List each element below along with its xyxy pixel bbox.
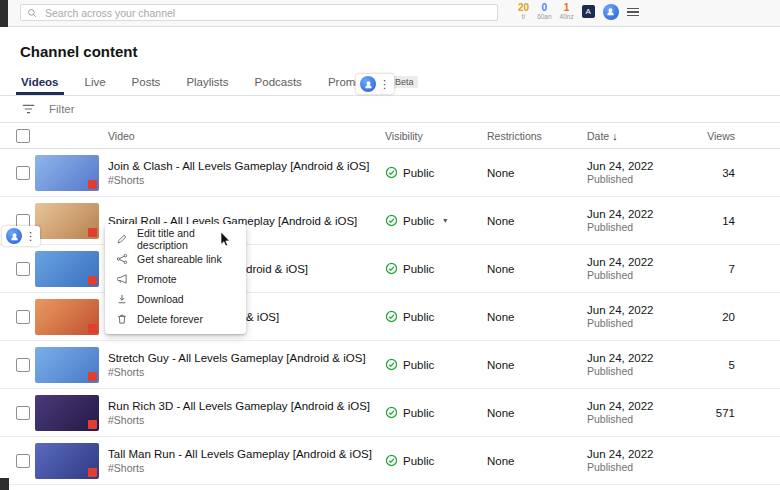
date-status: Published <box>587 221 697 233</box>
video-thumbnail[interactable] <box>35 443 99 479</box>
search-box[interactable] <box>20 4 498 21</box>
menu-item-promote[interactable]: Promote <box>105 269 246 289</box>
tab-live[interactable]: Live <box>72 69 119 95</box>
visibility-dropdown-caret[interactable]: ▾ <box>443 216 447 225</box>
table-row[interactable]: Stretch Guy - All Levels Gameplay [Andro… <box>0 341 780 389</box>
video-watermark-card[interactable]: ⋮ <box>2 226 40 246</box>
topbar-status-cluster: 20 t/ 0 60an 1 40nz A <box>518 3 639 21</box>
menu-item-label: Edit title and description <box>137 227 236 251</box>
date-status: Published <box>587 413 697 425</box>
row-checkbox[interactable] <box>16 454 30 468</box>
select-all-checkbox[interactable] <box>16 129 30 143</box>
video-thumbnail[interactable] <box>35 251 99 287</box>
menu-item-edit-title-and-description[interactable]: Edit title and description <box>105 229 246 249</box>
filter-label[interactable]: Filter <box>49 103 75 115</box>
date-cell: Jun 24, 2022 Published <box>587 304 697 329</box>
channel-avatar[interactable] <box>6 228 22 244</box>
visibility-label: Public <box>403 407 434 419</box>
public-visibility-icon <box>385 262 398 275</box>
public-visibility-icon <box>385 310 398 323</box>
row-checkbox[interactable] <box>16 358 30 372</box>
restrictions-cell: None <box>487 407 587 419</box>
restrictions-cell: None <box>487 455 587 467</box>
video-watermark-card[interactable]: ⋮ <box>356 74 394 94</box>
tab-playlists[interactable]: Playlists <box>173 69 241 95</box>
pencil-icon <box>115 233 128 246</box>
menu-item-get-shareable-link[interactable]: Get shareable link <box>105 249 246 269</box>
megaphone-icon <box>115 273 128 286</box>
public-visibility-icon <box>385 454 398 467</box>
table-row[interactable]: Run Rich 3D - All Levels Gameplay [Andro… <box>0 389 780 437</box>
thumbnail-logo <box>88 180 97 189</box>
video-title-fragment[interactable]: droid & iOS] <box>246 263 385 275</box>
date-status: Published <box>587 365 697 377</box>
channel-avatar[interactable] <box>603 4 619 20</box>
video-thumbnail[interactable] <box>35 395 99 431</box>
menu-item-download[interactable]: Download <box>105 289 246 309</box>
public-visibility-icon <box>385 166 398 179</box>
upload-stat: 1 40nz <box>560 3 574 21</box>
video-title[interactable]: Tall Man Run - All Levels Gameplay [Andr… <box>108 448 385 460</box>
stat-label: 60an <box>537 14 551 21</box>
video-title[interactable]: Join & Clash - All Levels Gameplay [Andr… <box>108 160 385 172</box>
views-cell: 20 <box>697 311 780 323</box>
visibility-cell: Public <box>385 358 487 371</box>
row-checkbox[interactable] <box>16 166 30 180</box>
table-header: Video Visibility Restrictions Date↓ View… <box>0 123 780 149</box>
column-date[interactable]: Date↓ <box>587 130 697 142</box>
search-input[interactable] <box>43 6 491 20</box>
page-title: Channel content <box>0 27 780 69</box>
video-title-fragment[interactable]: & iOS] <box>246 311 385 323</box>
tab-videos[interactable]: Videos <box>8 69 72 95</box>
filter-bar: Filter <box>0 96 780 123</box>
table-row[interactable]: Tall Man Run - All Levels Gameplay [Andr… <box>0 437 780 485</box>
channel-avatar[interactable] <box>360 76 376 92</box>
visibility-label: Public <box>403 359 434 371</box>
thumbnail-logo <box>88 276 97 285</box>
tab-label: Playlists <box>186 76 228 88</box>
stat-value: 20 <box>518 3 529 13</box>
visibility-label: Public <box>403 311 434 323</box>
column-views: Views <box>697 130 780 142</box>
date-value: Jun 24, 2022 <box>587 448 697 460</box>
thumbnail-logo <box>88 420 97 429</box>
public-visibility-icon <box>385 214 398 227</box>
date-cell: Jun 24, 2022 Published <box>587 400 697 425</box>
video-thumbnail[interactable] <box>35 347 99 383</box>
menu-item-label: Delete forever <box>137 313 203 325</box>
row-checkbox[interactable] <box>16 310 30 324</box>
kebab-menu-icon[interactable]: ⋮ <box>25 230 36 243</box>
visibility-cell: Public <box>385 166 487 179</box>
date-cell: Jun 24, 2022 Published <box>587 448 697 473</box>
restrictions-cell: None <box>487 311 587 323</box>
app-badge: A <box>582 5 595 18</box>
stat-label: t/ <box>522 14 526 21</box>
person-icon <box>10 232 19 241</box>
person-icon <box>606 7 615 16</box>
column-date-label: Date <box>587 130 609 142</box>
screen-edge-artifact <box>0 478 9 490</box>
row-checkbox[interactable] <box>16 262 30 276</box>
tab-podcasts[interactable]: Podcasts <box>242 69 315 95</box>
visibility-cell: Public <box>385 310 487 323</box>
visibility-cell: Public <box>385 406 487 419</box>
row-checkbox[interactable] <box>16 406 30 420</box>
video-options-context-menu: Edit title and description Get shareable… <box>105 224 246 334</box>
table-row[interactable]: Join & Clash - All Levels Gameplay [Andr… <box>0 149 780 197</box>
share-icon <box>115 253 128 266</box>
download-icon <box>115 293 128 306</box>
filter-icon[interactable] <box>22 104 35 114</box>
tab-posts[interactable]: Posts <box>119 69 174 95</box>
visibility-cell: Public <box>385 262 487 275</box>
kebab-menu-icon[interactable]: ⋮ <box>379 78 390 91</box>
video-title[interactable]: Run Rich 3D - All Levels Gameplay [Andro… <box>108 400 385 412</box>
upload-stat: 20 t/ <box>518 3 529 21</box>
video-thumbnail[interactable] <box>35 203 99 239</box>
visibility-cell: Public <box>385 454 487 467</box>
menu-hamburger-icon[interactable] <box>627 8 639 17</box>
menu-item-delete-forever[interactable]: Delete forever <box>105 309 246 329</box>
video-thumbnail[interactable] <box>35 299 99 335</box>
video-thumbnail[interactable] <box>35 155 99 191</box>
visibility-label: Public <box>403 167 434 179</box>
video-title[interactable]: Stretch Guy - All Levels Gameplay [Andro… <box>108 352 385 364</box>
